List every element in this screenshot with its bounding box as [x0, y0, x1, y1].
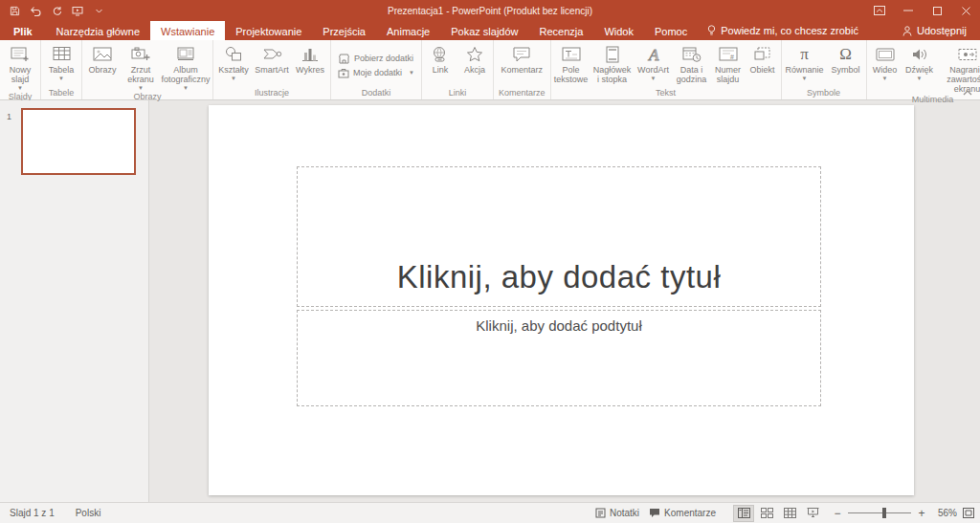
tab-animacje[interactable]: Animacje: [376, 21, 440, 40]
equation-button[interactable]: π Równanie ▼: [783, 41, 827, 81]
ribbon-button-label: Dźwięk: [905, 65, 933, 75]
ribbon-button-label: Obrazy: [88, 65, 116, 75]
slide-number-button[interactable]: # Numer slajdu: [711, 41, 746, 84]
ribbon-button-label: Zrzut ekranu: [123, 65, 158, 84]
ribbon-group-symbole: π Równanie ▼ Ω Symbol Symbole: [782, 40, 867, 99]
ribbon-button-label: Link: [433, 65, 449, 75]
tab-narzedzia-glowne[interactable]: Narzędzia główne: [46, 21, 150, 40]
ribbon-button-label: Równanie: [786, 65, 824, 75]
ribbon-button-label: Symbol: [832, 65, 860, 75]
pictures-button[interactable]: Obrazy: [83, 41, 122, 75]
title-placeholder[interactable]: Kliknij, aby dodać tytuł: [297, 166, 821, 307]
fit-slide-to-window-button[interactable]: [963, 508, 974, 518]
person-icon: [902, 26, 912, 36]
save-icon[interactable]: [8, 4, 21, 17]
comment-icon: [512, 43, 531, 65]
tell-me-box[interactable]: Powiedz mi, co chcesz zrobić: [698, 21, 868, 40]
screenshot-button[interactable]: Zrzut ekranu ▼: [122, 41, 160, 91]
table-button[interactable]: Tabela ▼: [42, 41, 80, 81]
slide-sorter-view-button[interactable]: [756, 505, 777, 522]
svg-text:A: A: [648, 46, 659, 63]
slide-thumbnail-number: 1: [7, 112, 11, 121]
chart-button[interactable]: Wykres: [291, 41, 329, 75]
title-bar: Prezentacja1 - PowerPoint (Produkt bez l…: [0, 0, 980, 21]
subtitle-placeholder[interactable]: Kliknij, aby dodać podtytuł: [297, 310, 821, 406]
comments-toggle[interactable]: Komentarze: [649, 508, 716, 518]
smartart-icon: [262, 43, 282, 65]
zoom-level[interactable]: 56%: [932, 508, 957, 518]
new-slide-button[interactable]: Nowy slajd ▼: [1, 41, 39, 91]
tab-plik[interactable]: Plik: [0, 21, 46, 40]
zoom-slider-thumb[interactable]: [882, 508, 886, 518]
ribbon-button-label: Nagranie zawartości ekranu: [939, 65, 980, 94]
tab-label: Wstawianie: [161, 26, 214, 37]
maximize-button[interactable]: [923, 0, 951, 21]
comments-icon: [649, 508, 660, 518]
ribbon-group-dodatki: Pobierz dodatki Moje dodatki ▼ Dodatki: [331, 40, 422, 99]
tab-label: Widok: [604, 26, 634, 37]
zoom-out-button[interactable]: −: [833, 507, 842, 520]
object-button[interactable]: Obiekt: [746, 41, 780, 75]
ribbon-group-slajdy: Nowy slajd ▼ Slajdy: [0, 40, 41, 99]
date-time-button[interactable]: Data i godzina: [673, 41, 711, 84]
textbox-button[interactable]: Pole tekstowe: [552, 41, 590, 84]
lightbulb-icon: [707, 25, 716, 36]
tab-przejscia[interactable]: Przejścia: [312, 21, 376, 40]
audio-button[interactable]: Dźwięk ▼: [902, 41, 937, 81]
customize-qat-dropdown-icon[interactable]: [92, 4, 105, 17]
zoom-in-button[interactable]: +: [917, 507, 926, 520]
ribbon: Nowy slajd ▼ Slajdy Tabela ▼ Tabele: [0, 40, 980, 100]
tab-pomoc[interactable]: Pomoc: [644, 21, 698, 40]
slideshow-view-button[interactable]: [802, 505, 823, 522]
link-button[interactable]: Link: [423, 41, 457, 75]
normal-view-button[interactable]: [733, 505, 754, 522]
close-button[interactable]: [951, 0, 980, 21]
minimize-button[interactable]: [894, 0, 923, 21]
ribbon-button-label: Komentarz: [501, 65, 543, 75]
ribbon-group-label: Tekst: [552, 87, 780, 99]
header-footer-button[interactable]: Nagłówek i stopka: [590, 41, 635, 84]
slide-thumbnail-panel: 1: [0, 100, 149, 502]
my-addins-button[interactable]: Moje dodatki ▼: [338, 68, 414, 78]
tab-widok[interactable]: Widok: [593, 21, 644, 40]
tab-pokaz-slajdow[interactable]: Pokaz slajdów: [440, 21, 528, 40]
screen-recording-button[interactable]: Nagranie zawartości ekranu: [937, 41, 980, 94]
get-addins-button[interactable]: Pobierz dodatki: [338, 54, 413, 64]
slide-thumbnail[interactable]: [21, 108, 136, 175]
ribbon-button-label: Album fotograficzny: [161, 65, 210, 84]
wordart-button[interactable]: A WordArt ▼: [635, 41, 673, 81]
tab-label: Przejścia: [323, 26, 366, 37]
shapes-button[interactable]: Kształty ▼: [214, 41, 253, 81]
zoom-slider[interactable]: [848, 512, 911, 513]
ribbon-button-label: Pobierz dodatki: [354, 54, 413, 63]
window-title: Prezentacja1 - PowerPoint (Produkt bez l…: [115, 6, 865, 16]
notes-toggle[interactable]: Notatki: [595, 508, 639, 518]
ribbon-button-label: Nowy slajd: [3, 65, 37, 84]
share-button[interactable]: Udostępnij: [889, 21, 980, 40]
photo-album-button[interactable]: Album fotograficzny ▼: [160, 41, 212, 91]
symbol-button[interactable]: Ω Symbol: [827, 41, 865, 75]
reading-view-button[interactable]: [779, 505, 800, 522]
smartart-button[interactable]: SmartArt: [253, 41, 291, 75]
dropdown-arrow-icon: ▼: [802, 76, 808, 81]
redo-icon[interactable]: [50, 4, 63, 17]
tab-label: Projektowanie: [235, 26, 301, 37]
comment-button[interactable]: Komentarz: [498, 41, 546, 75]
screen-recording-icon: [958, 43, 977, 65]
ribbon-button-label: Wykres: [296, 65, 324, 75]
collapse-ribbon-icon[interactable]: [963, 90, 972, 96]
undo-icon[interactable]: [29, 4, 42, 17]
start-slideshow-icon[interactable]: [71, 4, 84, 17]
video-button[interactable]: Wideo ▼: [868, 41, 902, 81]
status-bar: Slajd 1 z 1 Polski Notatki Komentarze: [0, 502, 980, 523]
language-indicator[interactable]: Polski: [76, 508, 101, 518]
tab-label: Narzędzia główne: [56, 26, 140, 37]
ribbon-display-options-icon[interactable]: [865, 0, 894, 21]
window-controls: [865, 0, 980, 21]
tab-label: Pomoc: [655, 26, 687, 37]
tab-wstawianie[interactable]: Wstawianie: [150, 21, 225, 40]
tab-recenzja[interactable]: Recenzja: [529, 21, 594, 40]
tab-projektowanie[interactable]: Projektowanie: [225, 21, 312, 40]
slide-canvas[interactable]: Kliknij, aby dodać tytuł Kliknij, aby do…: [209, 105, 914, 495]
action-button[interactable]: Akcja: [457, 41, 492, 75]
